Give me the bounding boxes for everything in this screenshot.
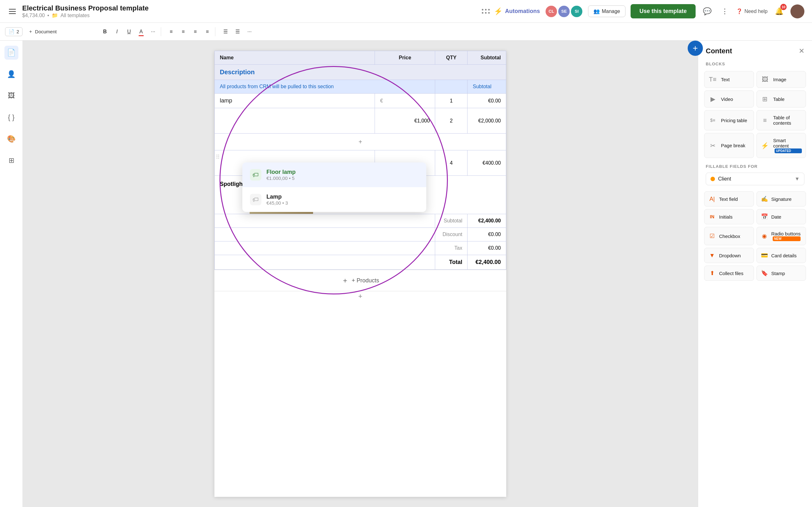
menu-icon[interactable] bbox=[8, 8, 17, 15]
align-center-button[interactable]: ≡ bbox=[178, 26, 189, 38]
block-label-smart-content: Smart content bbox=[773, 138, 802, 149]
add-products-button[interactable]: ＋ + Products bbox=[214, 270, 506, 291]
sidebar-item-people[interactable]: 👤 bbox=[4, 67, 18, 81]
field-item-initials[interactable]: IN Initials bbox=[704, 209, 754, 224]
field-item-card-details[interactable]: 💳 Card details bbox=[756, 248, 806, 263]
radio-icon: ◉ bbox=[761, 233, 768, 239]
card-details-icon: 💳 bbox=[761, 252, 768, 259]
pages-indicator: 📄 2 bbox=[5, 27, 22, 36]
more-options-icon[interactable]: ⋮ bbox=[719, 5, 731, 18]
dropdown-icon: ▼ bbox=[708, 252, 716, 259]
lightning-icon: ⚡ bbox=[494, 7, 502, 15]
col-subtotal-header: Subtotal bbox=[467, 51, 506, 65]
crm-notice-row: All products from CRM will be pulled to … bbox=[215, 80, 506, 94]
sidebar-item-code[interactable]: { } bbox=[4, 110, 18, 124]
fields-grid: A| Text field ✍ Signature IN Initials 📅 … bbox=[698, 188, 812, 284]
text-block-icon: T≡ bbox=[708, 76, 717, 83]
notification-button[interactable]: 🔔 10 bbox=[773, 5, 785, 18]
field-item-signature[interactable]: ✍ Signature bbox=[756, 191, 806, 207]
dropdown-arrow-icon: ▼ bbox=[795, 176, 800, 182]
grid-icon[interactable] bbox=[482, 9, 490, 14]
format-buttons: B I U A ··· ≡ ≡ ≡ ≡ ☰ ☰ ··· bbox=[99, 26, 255, 38]
need-help-button[interactable]: ❓ Need help bbox=[736, 8, 767, 14]
video-block-icon: ▶ bbox=[708, 95, 717, 103]
autocomplete-item-0[interactable]: 🏷 Floor lamp €1.000,00 • 5 bbox=[242, 162, 426, 187]
bold-button[interactable]: B bbox=[99, 26, 111, 38]
toolbar-left: 📄 2 ＋ Document bbox=[5, 27, 60, 36]
main-layout: 📄 👤 🖼 { } 🎨 ⊞ ⠿ Name Price QT bbox=[0, 41, 812, 507]
divider2 bbox=[215, 27, 215, 36]
sidebar-item-grid[interactable]: ⊞ bbox=[4, 154, 18, 168]
navbar: Electrical Business Proposal template $4… bbox=[0, 0, 812, 23]
field-label-signature: Signature bbox=[771, 196, 792, 202]
autocomplete-item-1[interactable]: 🏷 Lamp €45,00 • 3 bbox=[242, 187, 426, 212]
signature-icon: ✍ bbox=[761, 195, 768, 203]
divider bbox=[161, 27, 161, 36]
plus-icon: ＋ bbox=[341, 276, 349, 285]
block-item-text[interactable]: T≡ Text bbox=[704, 71, 754, 88]
client-select[interactable]: Client ▼ bbox=[706, 173, 804, 185]
block-label-image: Image bbox=[773, 77, 787, 82]
people-icon: 👥 bbox=[594, 8, 600, 14]
panel-plus-button[interactable]: + bbox=[688, 41, 703, 56]
image-block-icon: 🖼 bbox=[761, 76, 769, 83]
summary-discount-row: Discount €0.00 bbox=[215, 228, 506, 241]
bottom-plus-button[interactable]: + bbox=[214, 291, 506, 301]
folder-icon: 📁 bbox=[52, 12, 58, 18]
document-button[interactable]: ＋ Document bbox=[25, 27, 60, 36]
text-field-icon: A| bbox=[708, 196, 716, 203]
numbered-list-button[interactable]: ☰ bbox=[232, 26, 243, 38]
manage-button[interactable]: 👥 Manage bbox=[588, 5, 625, 17]
field-item-date[interactable]: 📅 Date bbox=[756, 209, 806, 224]
field-item-collect-files[interactable]: ⬆ Collect files bbox=[704, 266, 754, 281]
chat-icon[interactable]: 💬 bbox=[701, 5, 713, 18]
block-item-page-break[interactable]: ✂ Page break bbox=[704, 133, 754, 158]
block-item-smart-content[interactable]: ⚡ Smart content UPDATED bbox=[756, 133, 806, 158]
align-left-button[interactable]: ≡ bbox=[166, 26, 177, 38]
plus-icon: ＋ bbox=[28, 29, 33, 35]
add-row-button[interactable]: + bbox=[220, 137, 501, 146]
col-name-header: Name bbox=[215, 51, 375, 65]
panel-close-button[interactable]: ✕ bbox=[799, 47, 804, 55]
bullet-list-button[interactable]: ☰ bbox=[220, 26, 231, 38]
field-label-date: Date bbox=[771, 214, 782, 220]
block-label-page-break: Page break bbox=[721, 143, 745, 148]
block-item-video[interactable]: ▶ Video bbox=[704, 91, 754, 108]
align-justify-button[interactable]: ≡ bbox=[202, 26, 213, 38]
more-text-button[interactable]: ··· bbox=[147, 26, 159, 38]
sidebar-item-document[interactable]: 📄 bbox=[4, 46, 18, 60]
field-label-initials: Initials bbox=[719, 214, 733, 220]
stamp-icon: 🔖 bbox=[761, 270, 768, 277]
ac-item-sub-0: €1.000,00 • 5 bbox=[266, 175, 296, 181]
sidebar-item-palette[interactable]: 🎨 bbox=[4, 132, 18, 146]
block-item-pricing-table[interactable]: $≡ Pricing table bbox=[704, 110, 754, 130]
field-item-text-field[interactable]: A| Text field bbox=[704, 191, 754, 207]
block-item-table[interactable]: ⊞ Table bbox=[756, 91, 806, 108]
ac-item-name-0: Floor lamp bbox=[266, 169, 296, 175]
field-item-checkbox[interactable]: ☑ Checkbox bbox=[704, 227, 754, 245]
col-price-header: Price bbox=[375, 51, 435, 65]
field-label-radio: Radio buttons bbox=[771, 231, 801, 236]
block-label-video: Video bbox=[721, 97, 733, 102]
italic-button[interactable]: I bbox=[111, 26, 123, 38]
product-search-input[interactable] bbox=[220, 97, 370, 104]
navbar-subtitle: $4,734.00 • 📁 All templates bbox=[22, 12, 477, 18]
use-template-button[interactable]: Use this template bbox=[631, 4, 696, 18]
align-right-button[interactable]: ≡ bbox=[190, 26, 201, 38]
field-item-dropdown[interactable]: ▼ Dropdown bbox=[704, 248, 754, 263]
field-item-stamp[interactable]: 🔖 Stamp bbox=[756, 266, 806, 281]
block-item-image[interactable]: 🖼 Image bbox=[756, 71, 806, 88]
data-row-2: €1,000 2 €2,000.00 bbox=[215, 108, 506, 133]
user-avatar[interactable] bbox=[791, 4, 804, 18]
pricing-table-icon: $≡ bbox=[708, 118, 717, 123]
field-item-radio[interactable]: ◉ Radio buttons NEW bbox=[756, 227, 806, 245]
block-item-toc[interactable]: ≡ Table of contents bbox=[756, 110, 806, 130]
underline-button[interactable]: U bbox=[123, 26, 135, 38]
help-icon: ❓ bbox=[736, 8, 743, 14]
text-color-button[interactable]: A bbox=[135, 26, 147, 38]
automations-button[interactable]: ⚡ Automations bbox=[494, 7, 540, 15]
date-icon: 📅 bbox=[761, 213, 768, 220]
sidebar-item-media[interactable]: 🖼 bbox=[4, 89, 18, 103]
notification-badge: 10 bbox=[780, 4, 787, 10]
more-options-button[interactable]: ··· bbox=[244, 26, 255, 38]
